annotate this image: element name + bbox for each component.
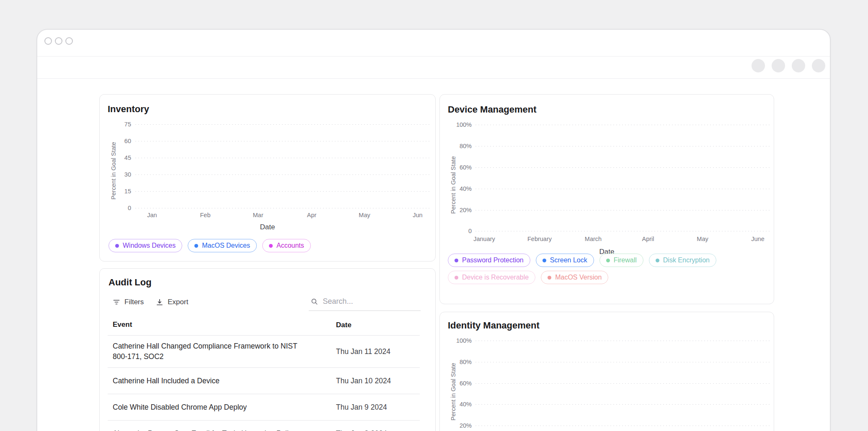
legend-chip-macos-devices[interactable]: MacOS Devices (188, 239, 257, 252)
legend-chip-windows-devices[interactable]: Windows Devices (108, 239, 182, 252)
audit-log-table: Event Date Catherine Hall Changed Compli… (108, 315, 420, 431)
identity-management-card: Identity Management Percent in Goal Stat… (439, 312, 774, 431)
device-management-card-title: Device Management (448, 104, 537, 115)
table-row: Catherine Hall Included a Device Thu Jan… (108, 368, 420, 394)
legend-dot-icon (455, 259, 458, 262)
legend-chip-firewall[interactable]: Firewall (599, 254, 643, 267)
legend-dot-icon (548, 276, 551, 280)
toolbar-placeholder-button (752, 59, 765, 72)
event-cell: Catherine Hall Changed Compliance Framew… (108, 341, 336, 362)
y-tick: 20% (448, 422, 472, 429)
device-management-legend-row-2: Device is Recoverable MacOS Version (448, 271, 608, 284)
inventory-x-axis-label: Date (100, 223, 435, 231)
x-tick: Jan (147, 212, 157, 218)
table-row: Catherine Hall Changed Compliance Framew… (108, 336, 420, 368)
window-titlebar (37, 30, 830, 56)
gridline (135, 174, 431, 175)
search-icon (310, 297, 318, 306)
legend-chip-label: Windows Devices (123, 242, 176, 249)
search-input[interactable] (323, 297, 419, 306)
x-tick: June (751, 236, 764, 242)
y-tick: 15 (108, 188, 131, 195)
y-tick: 80% (448, 359, 472, 365)
gridline (135, 124, 431, 125)
y-tick: 100% (448, 337, 472, 344)
x-tick: Mar (253, 212, 264, 218)
y-tick: 60% (448, 164, 472, 171)
audit-log-controls: Filters Export (112, 292, 188, 313)
y-tick: 75 (108, 121, 131, 128)
gridline (475, 189, 771, 189)
identity-management-y-axis-label: Percent in Goal State (450, 363, 457, 421)
y-tick: 20% (448, 207, 472, 213)
inventory-card: Inventory Percent in Goal State 75 60 45… (99, 94, 436, 262)
column-header-date: Date (336, 321, 420, 329)
gridline (475, 146, 771, 146)
device-management-legend-row-1: Password Protection Screen Lock Firewall… (448, 254, 716, 267)
gridline (475, 210, 771, 210)
legend-dot-icon (542, 259, 546, 262)
gridline (475, 167, 771, 168)
legend-chip-disk-encryption[interactable]: Disk Encryption (649, 254, 716, 267)
gridline (475, 231, 771, 231)
toolbar-placeholder-button (772, 59, 785, 72)
export-button-label: Export (168, 298, 188, 306)
gridline (475, 383, 771, 384)
legend-dot-icon (269, 244, 273, 248)
identity-management-card-title: Identity Management (448, 320, 540, 331)
table-row: Cole White Disabled Chrome App Deploy Th… (108, 394, 420, 421)
legend-chip-label: Screen Lock (550, 257, 587, 264)
gridline (135, 158, 431, 158)
event-cell: Catherine Hall Included a Device (108, 376, 336, 386)
gridline (135, 191, 431, 192)
x-tick: Feb (200, 212, 211, 218)
date-cell: Thu Jan 8 2024 (336, 429, 420, 431)
app-window: Inventory Percent in Goal State 75 60 45… (36, 29, 831, 431)
legend-chip-label: Password Protection (462, 257, 524, 264)
filter-lines-icon (112, 298, 121, 306)
x-tick: February (527, 236, 552, 242)
date-cell: Thu Jan 10 2024 (336, 377, 420, 385)
y-tick: 0 (448, 228, 472, 234)
legend-dot-icon (606, 259, 610, 262)
window-control-icon[interactable] (44, 37, 52, 45)
y-tick: 0 (108, 205, 131, 211)
x-tick: January (473, 236, 495, 242)
y-tick: 40% (448, 185, 472, 192)
table-row: Alexander Powers Sent Email for Task: Up… (108, 421, 420, 431)
event-cell: Cole White Disabled Chrome App Deploy (108, 402, 336, 413)
x-tick: March (585, 236, 602, 242)
toolbar-placeholder-button (812, 59, 825, 72)
gridline (475, 426, 771, 426)
filters-button[interactable]: Filters (112, 298, 144, 306)
legend-chip-label: Disk Encryption (663, 257, 710, 264)
search-box (309, 292, 421, 311)
date-cell: Thu Jan 11 2024 (336, 347, 420, 356)
filters-button-label: Filters (124, 298, 144, 306)
gridline (475, 125, 771, 125)
x-tick: April (642, 236, 654, 242)
audit-log-card-title: Audit Log (108, 277, 152, 288)
window-control-icon[interactable] (55, 37, 62, 45)
export-button[interactable]: Export (155, 298, 188, 306)
table-header-row: Event Date (108, 315, 420, 336)
x-tick: May (697, 236, 708, 242)
y-tick: 60% (448, 380, 472, 387)
gridline (475, 341, 771, 341)
legend-chip-macos-version[interactable]: MacOS Version (541, 271, 608, 284)
y-tick: 100% (448, 121, 472, 128)
x-tick: Jun (413, 212, 422, 218)
toolbar-placeholder-button (792, 59, 805, 72)
y-tick: 80% (448, 143, 472, 149)
x-tick: May (359, 212, 370, 218)
legend-chip-screen-lock[interactable]: Screen Lock (536, 254, 594, 267)
column-header-event: Event (108, 320, 336, 330)
gridline (475, 404, 771, 405)
legend-chip-label: MacOS Version (555, 274, 602, 281)
download-icon (155, 298, 164, 306)
legend-chip-password-protection[interactable]: Password Protection (448, 254, 530, 267)
legend-chip-accounts[interactable]: Accounts (262, 239, 311, 252)
legend-chip-device-is-recoverable[interactable]: Device is Recoverable (448, 271, 535, 284)
window-control-icon[interactable] (65, 37, 73, 45)
gridline (135, 208, 431, 208)
